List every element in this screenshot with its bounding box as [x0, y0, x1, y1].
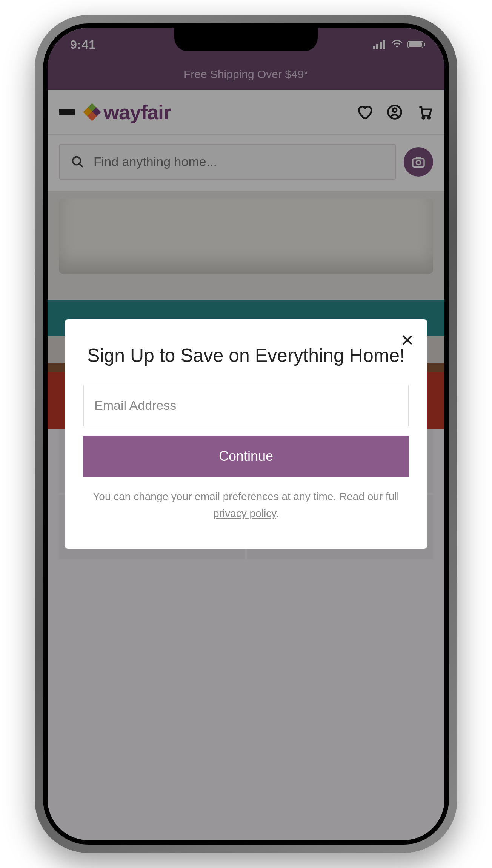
modal-title: Sign Up to Save on Everything Home!	[83, 343, 409, 368]
modal-overlay[interactable]: ✕ Sign Up to Save on Everything Home! Co…	[48, 28, 444, 840]
modal-fineprint: You can change your email preferences at…	[83, 488, 409, 522]
signup-modal: ✕ Sign Up to Save on Everything Home! Co…	[65, 319, 427, 549]
fineprint-suffix: .	[276, 508, 279, 519]
device-notch	[174, 28, 318, 51]
fineprint-prefix: You can change your email preferences at…	[93, 491, 399, 502]
privacy-policy-link[interactable]: privacy policy	[213, 508, 276, 519]
close-icon: ✕	[400, 331, 414, 349]
close-button[interactable]: ✕	[400, 331, 414, 350]
email-field[interactable]	[83, 385, 409, 426]
continue-button[interactable]: Continue	[83, 436, 409, 477]
